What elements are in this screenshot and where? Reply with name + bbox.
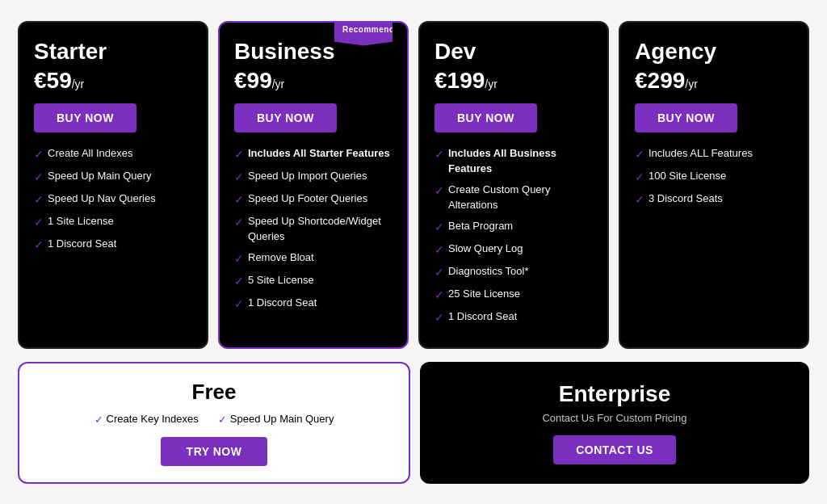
agency-features: ✓Includes ALL Features ✓100 Site License…: [635, 145, 793, 208]
check-icon: ✓: [234, 214, 244, 231]
feature-text: Includes ALL Features: [649, 145, 753, 162]
check-icon: ✓: [34, 237, 44, 254]
dev-features: ✓Includes All Business Features ✓Create …: [434, 145, 593, 326]
check-icon: ✓: [34, 214, 44, 231]
pricing-container: Starter €59/yr BUY NOW ✓Create All Index…: [18, 21, 809, 484]
free-card: Free ✓ Create Key Indexes ✓ Speed Up Mai…: [18, 362, 410, 484]
agency-price: €299/yr: [635, 68, 793, 94]
free-feature-1: ✓ Create Key Indexes: [94, 413, 199, 426]
list-item: ✓Speed Up Import Queries: [234, 168, 393, 186]
feature-text: Beta Program: [448, 218, 513, 234]
feature-text: 1 Discord Seat: [248, 295, 317, 311]
list-item: ✓100 Site License: [635, 168, 793, 186]
check-icon: ✓: [34, 191, 44, 208]
starter-buy-button[interactable]: BUY NOW: [34, 103, 136, 132]
feature-text: Diagnostics Tool*: [448, 263, 528, 279]
feature-text: 25 Site License: [448, 286, 520, 302]
dev-card: Dev €199/yr BUY NOW ✓Includes All Busine…: [418, 21, 609, 349]
free-try-button[interactable]: TRY NOW: [161, 437, 268, 466]
feature-text: 100 Site License: [649, 168, 726, 184]
agency-buy-button[interactable]: BUY NOW: [635, 103, 737, 132]
feature-text: Speed Up Import Queries: [248, 168, 367, 184]
dev-price: €199/yr: [434, 68, 593, 94]
dev-amount: €199: [434, 68, 485, 93]
feature-text: Remove Bloat: [248, 250, 314, 266]
feature-text: Slow Query Log: [448, 241, 523, 257]
dev-buy-button[interactable]: BUY NOW: [434, 103, 537, 132]
list-item: ✓1 Discord Seat: [434, 309, 593, 326]
check-icon: ✓: [434, 287, 444, 304]
list-item: ✓Create All Indexes: [34, 145, 192, 163]
business-buy-button[interactable]: BUY NOW: [234, 103, 337, 132]
feature-text: Create Custom Query Alterations: [448, 182, 593, 213]
list-item: ✓Includes ALL Features: [635, 145, 793, 163]
check-icon: ✓: [34, 169, 44, 186]
business-card: Recommended Business €99/yr BUY NOW ✓Inc…: [218, 21, 409, 349]
starter-period: /yr: [72, 78, 85, 90]
free-feature-2: ✓ Speed Up Main Query: [218, 413, 334, 426]
list-item: ✓Speed Up Nav Queries: [34, 191, 192, 208]
check-icon: ✓: [434, 242, 444, 258]
list-item: ✓Beta Program: [434, 218, 593, 236]
feature-text: Includes All Business Features: [448, 145, 593, 177]
feature-text: 5 Site License: [248, 272, 314, 288]
check-icon: ✓: [234, 296, 244, 313]
dev-title: Dev: [434, 39, 593, 65]
feature-text: Speed Up Main Query: [48, 168, 152, 184]
check-icon: ✓: [234, 273, 244, 290]
agency-period: /yr: [685, 78, 698, 90]
list-item: ✓Speed Up Main Query: [34, 168, 192, 186]
list-item: ✓25 Site License: [434, 286, 593, 304]
feature-text: 3 Discord Seats: [649, 191, 723, 207]
contact-us-button[interactable]: CONTACT US: [553, 435, 676, 464]
check-icon: ✓: [234, 169, 244, 186]
business-features: ✓Includes All Starter Features ✓Speed Up…: [234, 145, 393, 313]
free-features: ✓ Create Key Indexes ✓ Speed Up Main Que…: [94, 413, 334, 426]
business-period: /yr: [272, 78, 285, 90]
enterprise-subtitle: Contact Us For Custom Pricing: [542, 412, 686, 424]
list-item: ✓1 Site License: [34, 213, 192, 231]
feature-text: 1 Discord Seat: [48, 236, 116, 252]
check-icon: ✓: [434, 146, 444, 163]
feature-text: 1 Discord Seat: [448, 309, 517, 325]
bottom-plans-row: Free ✓ Create Key Indexes ✓ Speed Up Mai…: [18, 362, 809, 484]
list-item: ✓1 Discord Seat: [34, 236, 192, 254]
top-plans-row: Starter €59/yr BUY NOW ✓Create All Index…: [18, 21, 809, 349]
feature-text: 1 Site License: [48, 213, 114, 229]
business-price: €99/yr: [234, 68, 393, 94]
starter-card: Starter €59/yr BUY NOW ✓Create All Index…: [18, 21, 208, 349]
check-icon: ✓: [234, 146, 244, 163]
list-item: ✓Includes All Starter Features: [234, 145, 393, 163]
agency-amount: €299: [635, 68, 685, 93]
starter-amount: €59: [34, 68, 72, 93]
check-icon: ✓: [434, 264, 444, 281]
list-item: ✓Diagnostics Tool*: [434, 263, 593, 281]
free-title: Free: [192, 380, 237, 405]
dev-period: /yr: [485, 78, 497, 90]
starter-price: €59/yr: [34, 68, 192, 94]
enterprise-card: Enterprise Contact Us For Custom Pricing…: [420, 362, 809, 484]
check-icon: ✓: [34, 146, 44, 163]
list-item: ✓5 Site License: [234, 272, 393, 290]
check-icon: ✓: [434, 183, 444, 200]
check-icon: ✓: [635, 191, 644, 208]
recommended-badge: Recommended: [334, 21, 393, 46]
list-item: ✓Remove Bloat: [234, 250, 393, 267]
agency-title: Agency: [635, 39, 793, 65]
feature-text: Speed Up Footer Queries: [248, 191, 367, 207]
list-item: ✓Speed Up Shortcode/Widget Queries: [234, 213, 393, 245]
feature-text: Includes All Starter Features: [248, 145, 390, 162]
list-item: ✓Slow Query Log: [434, 241, 593, 258]
check-icon: ✓: [234, 250, 244, 267]
check-icon: ✓: [434, 219, 444, 236]
starter-title: Starter: [34, 39, 192, 65]
list-item: ✓Speed Up Footer Queries: [234, 191, 393, 208]
enterprise-title: Enterprise: [559, 381, 671, 407]
list-item: ✓3 Discord Seats: [635, 191, 793, 208]
list-item: ✓Create Custom Query Alterations: [434, 182, 593, 213]
starter-features: ✓Create All Indexes ✓Speed Up Main Query…: [34, 145, 192, 254]
check-icon: ✓: [635, 169, 644, 186]
business-amount: €99: [234, 68, 272, 93]
list-item: ✓Includes All Business Features: [434, 145, 593, 177]
list-item: ✓1 Discord Seat: [234, 295, 393, 313]
